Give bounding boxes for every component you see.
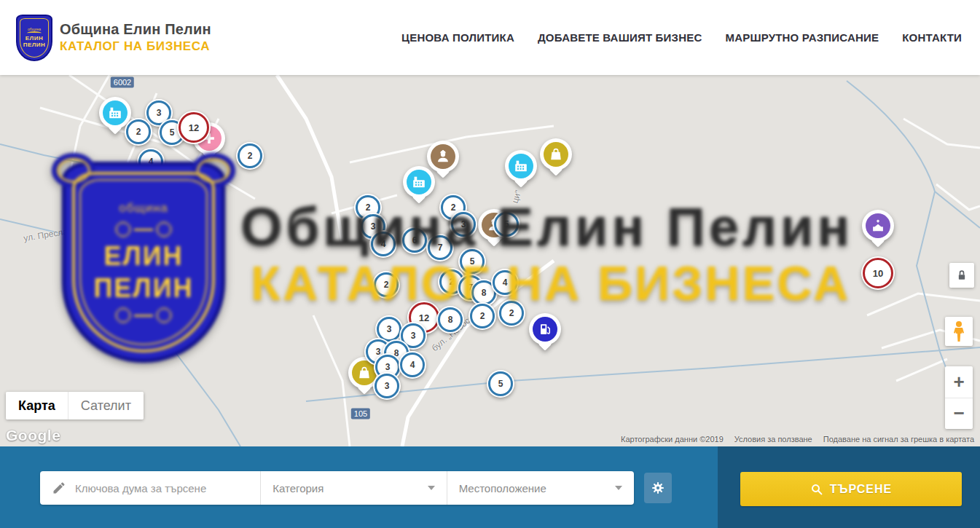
watermark-crest-line2: ПЕЛИН xyxy=(93,275,193,302)
pegman-icon xyxy=(950,320,968,342)
search-icon xyxy=(810,483,823,496)
keyword-field xyxy=(40,471,260,505)
nav-pricing-policy[interactable]: ЦЕНОВА ПОЛИТИКА xyxy=(401,31,514,44)
watermark-title: Община Елин Пелин xyxy=(240,196,885,258)
watermark-subtitle: КАТАЛОГ НА БИЗНЕСА xyxy=(251,255,870,311)
search-input-group: Категория Местоположение xyxy=(40,471,634,505)
advanced-settings-button[interactable] xyxy=(644,473,672,503)
business-pin[interactable] xyxy=(529,313,561,345)
lock-button[interactable] xyxy=(949,263,974,288)
chevron-down-icon xyxy=(615,486,622,490)
search-bar: Категория Местоположение xyxy=(0,446,980,528)
zoom-in-button[interactable]: + xyxy=(945,366,973,398)
keyword-search-input[interactable] xyxy=(40,471,260,505)
main-nav: ЦЕНОВА ПОЛИТИКА ДОБАВЕТЕ ВАШИЯТ БИЗНЕС М… xyxy=(401,31,962,44)
logo-text-line2: ПЕЛИН xyxy=(23,42,46,48)
factory-icon xyxy=(513,158,529,174)
map-type-control: Карта Сателит xyxy=(6,392,144,419)
lock-icon xyxy=(954,268,969,283)
business-pin[interactable] xyxy=(403,166,435,198)
attribution-copyright: Картографски данни ©2019 xyxy=(621,435,724,444)
shopping-bag-icon xyxy=(356,365,372,381)
road-number-badge: 105 xyxy=(351,409,370,419)
brand-home-link[interactable]: община ЕЛИН ПЕЛИН Община Елин Пелин КАТА… xyxy=(16,15,211,61)
map-type-satellite-button[interactable]: Сателит xyxy=(68,392,144,419)
watermark-crest-top: община xyxy=(119,201,168,216)
google-logo[interactable]: Google xyxy=(6,427,60,444)
location-field: Местоположение xyxy=(447,471,634,505)
worker-icon xyxy=(435,149,451,165)
cluster-marker[interactable]: 12 xyxy=(177,111,211,144)
watermark-crest: община ЕЛИН ПЕЛИН xyxy=(62,162,225,363)
attribution-report-link[interactable]: Подаване на сигнал за грешка в картата xyxy=(823,435,974,444)
road-number-badge: 6002 xyxy=(111,77,134,88)
watermark-crest-line1: ЕЛИН xyxy=(103,243,183,269)
zoom-control: + − xyxy=(945,366,973,429)
street-view-pegman[interactable] xyxy=(945,317,973,346)
location-select[interactable]: Местоположение xyxy=(447,482,634,494)
map-type-map-button[interactable]: Карта xyxy=(6,392,68,419)
nav-add-business[interactable]: ДОБАВЕТЕ ВАШИЯТ БИЗНЕС xyxy=(538,31,702,44)
chevron-down-icon xyxy=(428,486,435,490)
municipality-logo: община ЕЛИН ПЕЛИН xyxy=(16,15,52,61)
fuel-pump-icon xyxy=(537,321,553,337)
category-select[interactable]: Категория xyxy=(261,482,446,494)
nav-contacts[interactable]: КОНТАКТИ xyxy=(902,31,962,44)
factory-icon xyxy=(411,174,427,190)
gear-icon xyxy=(651,481,665,495)
cluster-marker[interactable]: 3 xyxy=(373,372,401,400)
map-attribution: Картографски данни ©2019 Условия за полз… xyxy=(621,435,974,444)
cluster-marker[interactable]: 4 xyxy=(399,351,426,379)
cluster-marker[interactable]: 5 xyxy=(487,370,514,398)
shopping-bag-icon xyxy=(548,146,564,162)
map-canvas[interactable]: 6002ул. Преслав105бул. „Новоселци" 32512… xyxy=(0,75,980,446)
zoom-out-button[interactable]: − xyxy=(945,398,973,430)
category-field: Категория xyxy=(260,471,446,505)
cluster-marker[interactable]: 2 xyxy=(236,142,264,170)
pencil-icon xyxy=(52,481,66,495)
search-submit-button[interactable]: ТЪРСЕНЕ xyxy=(740,472,962,506)
site-header: община ЕЛИН ПЕЛИН Община Елин Пелин КАТА… xyxy=(0,0,980,75)
factory-icon xyxy=(107,105,123,121)
nav-route-schedule[interactable]: МАРШРУТНО РАЗПИСАНИЕ xyxy=(725,31,879,44)
business-pin[interactable] xyxy=(540,138,572,170)
business-pin[interactable] xyxy=(505,150,537,182)
site-subtitle: КАТАЛОГ НА БИЗНЕСА xyxy=(60,39,211,54)
cluster-marker[interactable]: 2 xyxy=(125,118,152,146)
site-title: Община Елин Пелин xyxy=(60,21,211,38)
attribution-terms-link[interactable]: Условия за ползване xyxy=(734,435,812,444)
logo-text-line1: ЕЛИН xyxy=(26,35,43,42)
